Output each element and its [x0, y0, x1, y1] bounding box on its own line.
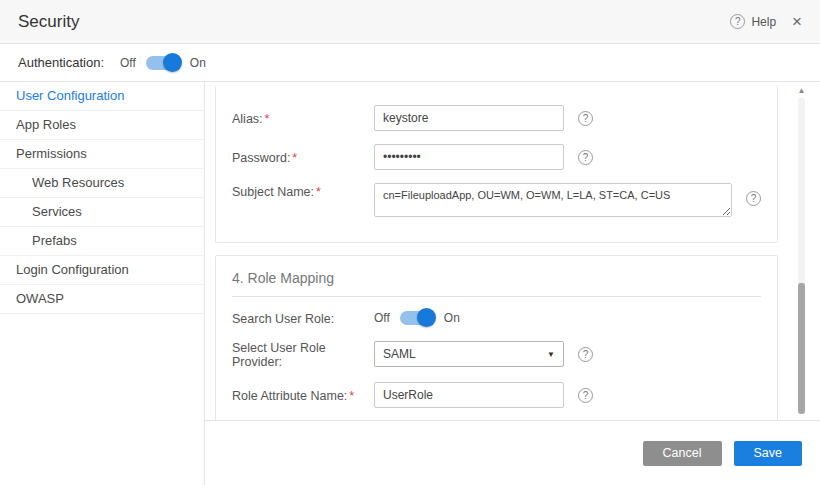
- role-mapping-section-title: 4. Role Mapping: [232, 262, 761, 297]
- subject-name-label: Subject Name:*: [232, 183, 374, 199]
- role-attribute-help-icon[interactable]: ?: [578, 388, 593, 403]
- required-marker: *: [349, 389, 354, 403]
- role-attribute-label: Role Attribute Name:*: [232, 387, 374, 403]
- form-scroll-area: Alias:* ? Password:* ? Subject Name:* cn…: [205, 82, 820, 421]
- vertical-scrollbar: ▲: [797, 86, 806, 414]
- required-marker: *: [292, 151, 297, 165]
- help-button[interactable]: ? Help: [730, 14, 776, 29]
- authentication-bar: Authentication: Off On: [0, 44, 820, 82]
- password-input[interactable]: [374, 144, 564, 170]
- search-user-role-toggle[interactable]: [400, 311, 434, 325]
- toggle-knob: [163, 53, 182, 72]
- help-icon: ?: [730, 14, 745, 29]
- content-area: Alias:* ? Password:* ? Subject Name:* cn…: [205, 82, 820, 485]
- sidebar-item-app-roles[interactable]: App Roles: [0, 111, 204, 140]
- chevron-down-icon: ▼: [547, 350, 555, 359]
- role-provider-label: Select User Role Provider:: [232, 339, 374, 369]
- password-label: Password:*: [232, 149, 374, 165]
- close-icon[interactable]: ×: [792, 13, 802, 30]
- authentication-toggle[interactable]: [146, 56, 180, 70]
- scrollbar-thumb[interactable]: [798, 283, 805, 414]
- security-window: Security ? Help × Authentication: Off On…: [0, 0, 820, 485]
- password-row: Password:* ?: [232, 144, 761, 170]
- action-footer: Cancel Save: [205, 421, 820, 485]
- sidebar-item-user-configuration[interactable]: User Configuration: [0, 82, 204, 111]
- role-attribute-input[interactable]: [374, 382, 564, 408]
- role-mapping-panel: 4. Role Mapping Search User Role: Off On…: [215, 255, 778, 421]
- alias-help-icon[interactable]: ?: [578, 111, 593, 126]
- user-role-provider-select[interactable]: SAML ▼: [374, 341, 564, 367]
- certificate-panel: Alias:* ? Password:* ? Subject Name:* cn…: [215, 86, 778, 243]
- required-marker: *: [316, 185, 321, 199]
- role-attribute-row: Role Attribute Name:* ?: [232, 382, 761, 408]
- sidebar-item-prefabs[interactable]: Prefabs: [0, 227, 204, 256]
- alias-input[interactable]: [374, 105, 564, 131]
- search-role-on-label: On: [444, 311, 460, 325]
- sidebar-item-services[interactable]: Services: [0, 198, 204, 227]
- sidebar-item-owasp[interactable]: OWASP: [0, 285, 204, 314]
- role-provider-help-icon[interactable]: ?: [578, 347, 593, 362]
- subject-name-row: Subject Name:* cn=FileuploadApp, OU=WM, …: [232, 183, 761, 217]
- scroll-up-icon[interactable]: ▲: [797, 86, 806, 96]
- alias-label: Alias:*: [232, 110, 374, 126]
- subject-name-help-icon[interactable]: ?: [746, 191, 761, 206]
- sidebar: User Configuration App Roles Permissions…: [0, 82, 205, 485]
- sidebar-item-permissions[interactable]: Permissions: [0, 140, 204, 169]
- authentication-label: Authentication:: [18, 55, 104, 70]
- required-marker: *: [265, 112, 270, 126]
- auth-on-label: On: [190, 56, 206, 70]
- search-role-off-label: Off: [374, 311, 390, 325]
- alias-row: Alias:* ?: [232, 105, 761, 131]
- role-provider-row: Select User Role Provider: SAML ▼ ?: [232, 339, 761, 369]
- subject-name-textarea[interactable]: cn=FileuploadApp, OU=WM, O=WM, L=LA, ST=…: [374, 183, 732, 217]
- help-label: Help: [751, 15, 776, 29]
- search-user-role-label: Search User Role:: [232, 310, 374, 326]
- sidebar-item-login-configuration[interactable]: Login Configuration: [0, 256, 204, 285]
- toggle-knob: [417, 308, 436, 327]
- selected-provider-value: SAML: [383, 347, 416, 361]
- save-button[interactable]: Save: [734, 441, 803, 466]
- page-title: Security: [18, 12, 79, 32]
- window-header: Security ? Help ×: [0, 0, 820, 44]
- sidebar-item-web-resources[interactable]: Web Resources: [0, 169, 204, 198]
- search-user-role-row: Search User Role: Off On: [232, 310, 761, 326]
- cancel-button[interactable]: Cancel: [643, 441, 722, 466]
- password-help-icon[interactable]: ?: [578, 150, 593, 165]
- auth-off-label: Off: [120, 56, 136, 70]
